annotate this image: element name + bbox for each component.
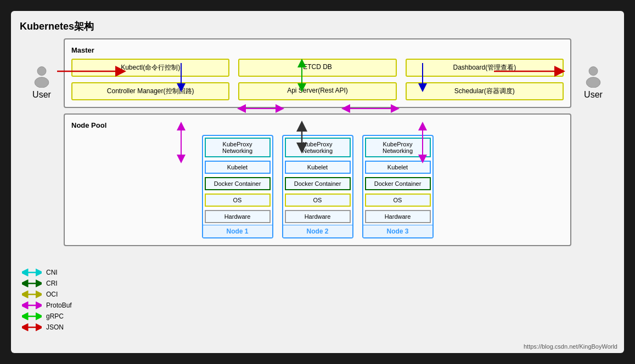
etcd-component: ETCD DB [238,59,396,77]
left-user-label: User [32,90,51,100]
grpc-arrow-icon [22,312,42,320]
nodepool-box: Node Pool KubeProxy Networking Kubelet D… [64,113,571,246]
watermark: https://blog.csdn.net/KingBoyWorld [524,343,617,350]
svg-point-0 [37,67,46,76]
json-arrow-icon [22,323,42,331]
node2-hardware: Hardware [285,210,351,223]
page-title: Kubernetes架构 [20,20,615,33]
apiserver-component: Api Server(Rest API) [238,82,396,100]
node1-kubeproxy: KubeProxy Networking [205,138,271,157]
left-user-icon [31,66,53,88]
master-label: Master [71,46,564,54]
cni-arrow-icon [22,269,42,276]
node3-docker: Docker Container [365,177,431,190]
node3-kubeproxy: KubeProxy Networking [365,138,431,157]
center-section: Master Kubectl(命令行控制) ETCD DB Dashboard(… [64,38,571,344]
legend-cri: CRI [22,280,72,287]
svg-point-2 [589,67,598,76]
controller-component: Controller Manager(控制回路) [71,82,229,100]
right-user: User [582,66,604,100]
legend-grpc: gRPC [22,312,72,320]
cri-arrow-icon [22,280,42,287]
node2-box: KubeProxy Networking Kubelet Docker Cont… [282,135,353,238]
oci-arrow-icon [22,291,42,298]
json-label: JSON [46,323,64,331]
node2-kubeproxy: KubeProxy Networking [285,138,351,157]
grpc-label: gRPC [46,312,64,320]
cni-label: CNI [46,269,58,276]
right-user-icon [582,66,604,88]
protobuf-label: ProtoBuf [46,302,72,309]
left-user: User [31,66,53,100]
node3-os: OS [365,194,431,207]
right-user-label: User [584,90,603,100]
node2-os: OS [285,194,351,207]
master-row2: Controller Manager(控制回路) Api Server(Rest… [71,82,564,100]
node2-docker: Docker Container [285,177,351,190]
legend-protobuf: ProtoBuf [22,302,72,309]
node3-label: Node 3 [363,225,432,237]
node2-kubelet: Kubelet [285,161,351,174]
main-container: Kubernetes架构 User Master Kubectl(命令行控制) [11,11,624,353]
nodes-row: KubeProxy Networking Kubelet Docker Cont… [71,135,564,238]
protobuf-arrow-icon [22,302,42,309]
master-row1: Kubectl(命令行控制) ETCD DB Dashboard(管理查看) [71,59,564,77]
node1-hardware: Hardware [205,210,271,223]
node3-box: KubeProxy Networking Kubelet Docker Cont… [362,135,434,238]
oci-label: OCI [46,291,58,298]
node3-kubelet: Kubelet [365,161,431,174]
legend: CNI CRI [22,269,72,331]
svg-point-1 [35,77,49,88]
node3-hardware: Hardware [365,210,431,223]
svg-point-3 [586,77,600,88]
master-box: Master Kubectl(命令行控制) ETCD DB Dashboard(… [64,38,571,108]
legend-cni: CNI [22,269,72,276]
node1-box: KubeProxy Networking Kubelet Docker Cont… [202,135,273,238]
node1-os: OS [205,194,271,207]
legend-json: JSON [22,323,72,331]
cri-label: CRI [46,280,58,287]
right-user-section: User [571,66,615,344]
legend-oci: OCI [22,291,72,298]
nodepool-label: Node Pool [71,121,564,129]
dashboard-component: Dashboard(管理查看) [406,59,564,77]
node1-docker: Docker Container [205,177,271,190]
node2-label: Node 2 [283,225,352,237]
node1-kubelet: Kubelet [205,161,271,174]
schedular-component: Schedular(容器调度) [406,82,564,100]
kubectl-component: Kubectl(命令行控制) [71,59,229,77]
node1-label: Node 1 [203,225,272,237]
